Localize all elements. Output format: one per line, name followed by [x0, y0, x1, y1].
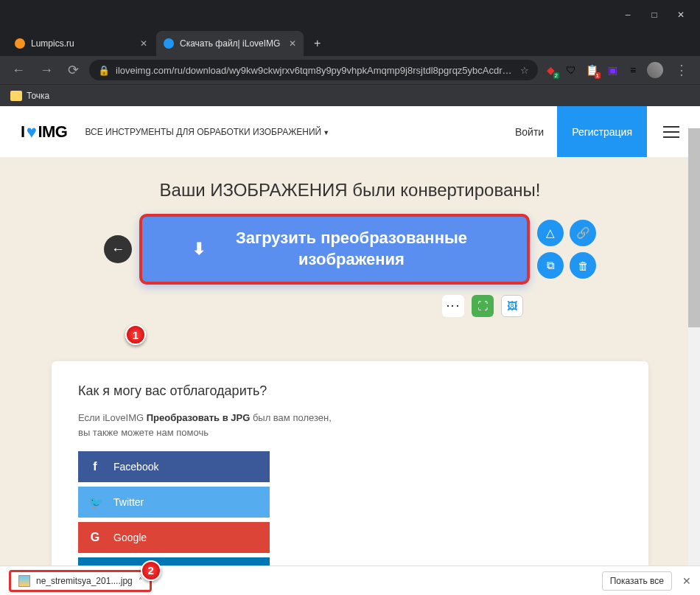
tab-favicon	[164, 38, 174, 49]
more-button[interactable]: ⋮	[442, 295, 464, 317]
show-all-button[interactable]: Показать все	[602, 571, 672, 591]
delete-button[interactable]: 🗑	[570, 252, 596, 279]
site-header: I ♥ IMG ВСЕ ИНСТРУМЕНТЫ ДЛЯ ОБРАБОТКИ ИЗ…	[0, 106, 700, 158]
back-circle-button[interactable]: ←	[104, 235, 132, 263]
facebook-icon: f	[88, 460, 102, 473]
heart-icon: ♥	[27, 122, 37, 142]
tab-strip: Lumpics.ru ✕ Скачать файл| iLoveIMG ✕ +	[0, 29, 700, 56]
url-text: iloveimg.com/ru/download/wy9kw9ckwjrxv6t…	[116, 65, 514, 76]
link-button[interactable]: 🔗	[570, 220, 596, 246]
chevron-down-icon: ▼	[323, 129, 329, 136]
page-title: Ваши ИЗОБРАЖЕНИЯ были конвертированы!	[0, 180, 700, 201]
address-bar[interactable]: 🔒 iloveimg.com/ru/download/wy9kw9ckwjrxv…	[89, 60, 538, 80]
page-content: I ♥ IMG ВСЕ ИНСТРУМЕНТЫ ДЛЯ ОБРАБОТКИ ИЗ…	[0, 106, 700, 566]
annotation-1: 1	[125, 324, 146, 345]
browser-menu[interactable]: ⋮	[671, 60, 693, 80]
extension-adblock[interactable]: ◆2	[544, 63, 557, 77]
chevron-up-icon: ˄	[139, 577, 142, 585]
tab-lumpics[interactable]: Lumpics.ru ✕	[7, 31, 155, 56]
download-filename: ne_stremitsya_201....jpg	[36, 576, 133, 586]
twitter-icon: 🐦	[88, 495, 102, 509]
window-close[interactable]: ✕	[676, 10, 685, 19]
extension-shield[interactable]: 🛡	[564, 63, 578, 77]
extension-clip[interactable]: 📋1	[585, 63, 598, 77]
card-title: Как я могу вас отблагодарить?	[78, 383, 622, 399]
lock-icon: 🔒	[98, 65, 110, 76]
drive-button[interactable]: △	[537, 220, 564, 246]
annotation-2: 2	[141, 560, 161, 581]
window-titlebar: – □ ✕	[0, 0, 700, 29]
downloads-close-button[interactable]: ✕	[682, 575, 691, 587]
reload-button[interactable]: ⟳	[63, 60, 83, 80]
omnibar: ← → ⟳ 🔒 iloveimg.com/ru/download/wy9kw9c…	[0, 56, 700, 84]
download-icon: ⬇	[192, 240, 206, 259]
back-button[interactable]: ←	[7, 61, 29, 80]
site-logo[interactable]: I ♥ IMG	[21, 122, 67, 142]
close-icon[interactable]: ✕	[140, 38, 147, 49]
tab-iloveimg[interactable]: Скачать файл| iLoveIMG ✕	[156, 31, 304, 56]
tab-title: Скачать файл| iLoveIMG	[180, 38, 280, 49]
download-button[interactable]: ⬇ Загрузить преобразованные изображения	[139, 214, 530, 285]
tab-favicon	[15, 38, 25, 49]
dropbox-button[interactable]: ⧉	[537, 252, 564, 279]
card-text: Если iLoveIMG Преобразовать в JPG был ва…	[78, 411, 622, 439]
bookmarks-bar: Точка	[0, 84, 700, 106]
share-facebook[interactable]: fFacebook	[78, 451, 270, 482]
login-link[interactable]: Войти	[502, 126, 557, 138]
tab-title: Lumpics.ru	[31, 38, 74, 49]
nav-all-tools[interactable]: ВСЕ ИНСТРУМЕНТЫ ДЛЯ ОБРАБОТКИ ИЗОБРАЖЕНИ…	[85, 127, 329, 137]
folder-icon	[10, 91, 22, 101]
extension-icons: ◆2 🛡 📋1 ▣ ≡ ⋮	[544, 60, 693, 80]
extension-menu[interactable]: ≡	[626, 63, 640, 77]
forward-button[interactable]: →	[35, 61, 57, 80]
share-linkedin[interactable]: inLinkedIn	[78, 557, 270, 566]
thanks-card: Как я могу вас отблагодарить? Если iLove…	[52, 361, 648, 566]
window-maximize[interactable]: □	[650, 10, 659, 19]
scrollbar[interactable]	[688, 128, 700, 566]
fullscreen-button[interactable]: ⛶	[472, 295, 494, 317]
share-google[interactable]: GGoogle	[78, 522, 270, 553]
register-button[interactable]: Регистрация	[557, 106, 647, 157]
window-minimize[interactable]: –	[623, 10, 632, 19]
image-button[interactable]: 🖼	[501, 295, 523, 317]
new-tab-button[interactable]: +	[305, 31, 329, 56]
file-icon	[18, 575, 30, 587]
share-twitter[interactable]: 🐦Twitter	[78, 487, 270, 518]
hero: Ваши ИЗОБРАЖЕНИЯ были конвертированы! ← …	[0, 158, 700, 332]
menu-button[interactable]	[663, 126, 679, 138]
downloads-bar: ne_stremitsya_201....jpg ˄ 2 Показать вс…	[0, 566, 700, 595]
star-icon[interactable]: ☆	[520, 65, 529, 76]
download-chip[interactable]: ne_stremitsya_201....jpg ˄ 2	[9, 570, 152, 592]
bookmark-item[interactable]: Точка	[27, 91, 49, 101]
avatar[interactable]	[647, 62, 663, 78]
google-icon: G	[88, 531, 102, 544]
extension-square[interactable]: ▣	[606, 63, 619, 77]
scrollbar-thumb[interactable]	[688, 128, 700, 327]
close-icon[interactable]: ✕	[289, 38, 296, 49]
